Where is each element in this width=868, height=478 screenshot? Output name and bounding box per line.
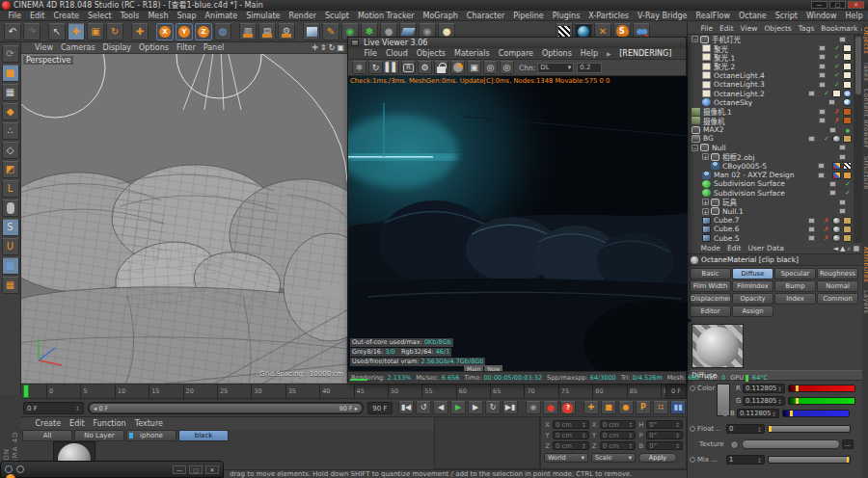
object-tree-row[interactable]: MAX2 ∶	[688, 125, 854, 134]
key-parameter-toggle[interactable]: P	[636, 401, 651, 414]
timeline-scrollbar[interactable]: ◂ 0 F90 F ▸	[88, 402, 364, 414]
mini-minimize-button[interactable]: —	[173, 465, 186, 474]
mini-close-button[interactable]: ✕	[205, 465, 219, 474]
material-tag-icon[interactable]	[843, 44, 852, 52]
float-slider[interactable]	[768, 425, 851, 433]
object-tree-row[interactable]: BG ∶	[688, 134, 854, 143]
live-viewer-menu-item[interactable]: Cloud	[381, 49, 412, 58]
object-tree-row[interactable]: + Null.1 ∶	[688, 206, 854, 215]
snap-magnet-button[interactable]: U	[2, 238, 19, 255]
layer-tab[interactable]: No Layer	[74, 430, 124, 441]
scale-field[interactable]: 0 cm↕	[600, 431, 637, 439]
live-selection-tool[interactable]: ↖	[48, 23, 66, 40]
menu-item[interactable]: Edit	[25, 12, 49, 20]
material-menu-item[interactable]: Function	[89, 419, 130, 428]
object-tree-row[interactable]: 聚光 ∶	[688, 43, 854, 52]
viewport-nav-icon[interactable]: ▣	[337, 43, 344, 52]
enable-checkbox[interactable]	[828, 99, 835, 105]
visibility-dots[interactable]: ∶	[838, 180, 842, 187]
color-expand-icon[interactable]	[722, 411, 728, 416]
object-label[interactable]: BG	[703, 134, 714, 143]
move-tool[interactable]: ✚	[68, 23, 85, 40]
menu-item[interactable]: MoGraph	[419, 12, 462, 20]
menu-item[interactable]: File	[4, 12, 25, 20]
material-tag-icon[interactable]	[843, 135, 852, 143]
viewport-menu-item[interactable]: Filter	[173, 43, 200, 52]
rotation-field[interactable]: 0°↕	[646, 441, 683, 450]
menu-item[interactable]: Sculpt	[320, 12, 353, 20]
keyframe-help-button[interactable]: ?	[560, 401, 576, 414]
attribute-manager-icon[interactable]: ▲	[840, 245, 845, 252]
scale-field[interactable]: 0 cm↕	[600, 420, 637, 429]
object-label[interactable]: Cube.6	[714, 225, 740, 233]
menu-item[interactable]: Help	[841, 12, 867, 20]
key-scale-toggle[interactable]: ■	[601, 401, 616, 414]
render-state-icon[interactable]	[833, 53, 841, 61]
pick-white-balance-icon[interactable]: ◎	[500, 61, 514, 74]
maximize-button[interactable]: ▢	[829, 1, 846, 9]
channel-button[interactable]: Index	[774, 293, 816, 305]
viewport-menu-item[interactable]: Panel	[200, 43, 229, 52]
record-button[interactable]: ◉	[526, 401, 541, 414]
next-frame-button[interactable]: ▶	[468, 401, 483, 414]
visibility-dots[interactable]: ∶	[817, 217, 821, 224]
material-preview[interactable]	[692, 324, 744, 368]
channel-button[interactable]: Opacity	[732, 293, 773, 305]
viewport-menu-item[interactable]: Display	[99, 43, 136, 52]
visibility-dots[interactable]: ∶	[848, 36, 852, 42]
object-tree-row[interactable]: Man 02 - AXYZ Design ∶	[688, 171, 854, 179]
enable-checkbox[interactable]	[819, 82, 826, 88]
axis-mode-button[interactable]: L	[2, 180, 19, 198]
enable-checkbox[interactable]	[808, 91, 815, 96]
animation-dot-icon[interactable]	[690, 457, 695, 463]
mix-value-field[interactable]: 1↕	[726, 455, 765, 465]
coordinate-space-select[interactable]: World▾	[544, 453, 588, 463]
render-state-icon[interactable]	[844, 180, 852, 188]
material-tag-icon[interactable]	[843, 162, 852, 170]
render-state-icon[interactable]	[833, 108, 841, 116]
undo-button[interactable]: ↶	[4, 23, 21, 40]
r-slider[interactable]	[788, 385, 855, 392]
enable-checkbox[interactable]	[819, 118, 826, 123]
render-region-button[interactable]: ▤	[258, 23, 276, 40]
rotation-field[interactable]: 0°↕	[646, 431, 683, 439]
menu-item[interactable]: Create	[49, 12, 84, 20]
menu-item[interactable]: Script	[771, 12, 801, 20]
live-viewer-menu-item[interactable]: Options	[537, 49, 576, 58]
object-tree-scrollbar[interactable]	[854, 35, 862, 243]
render-view-button[interactable]: ▥	[239, 23, 257, 40]
visibility-dots[interactable]: ∶	[817, 226, 821, 232]
render-state-icon[interactable]	[833, 71, 841, 79]
object-label[interactable]: 聚光.2	[714, 61, 735, 71]
material-tag-icon[interactable]	[843, 217, 852, 225]
material-tag-icon[interactable]	[832, 135, 841, 143]
perspective-viewport[interactable]: ViewCamerasDisplayOptionsFilterPanel ✛⇕↻…	[21, 42, 347, 384]
viewport-nav-icon[interactable]: ↻	[329, 43, 336, 52]
add-spline-menu[interactable]: ✎	[322, 23, 339, 40]
material-tag-icon[interactable]	[843, 98, 852, 106]
object-label[interactable]: OctaneLight.2	[714, 90, 765, 98]
channel-button[interactable]: Editor	[690, 305, 731, 317]
enable-checkbox[interactable]	[808, 235, 815, 241]
attribute-manager-icon[interactable]: ⌕	[847, 245, 851, 252]
material-tag-icon[interactable]	[832, 162, 841, 170]
menu-item[interactable]: Character	[462, 12, 509, 20]
viewport-solo-button[interactable]	[2, 199, 19, 217]
viewport-nav-icon[interactable]: ⇕	[320, 43, 327, 52]
mix-slider[interactable]	[768, 456, 851, 464]
film-region-icon[interactable]: ▣	[467, 61, 481, 74]
rotate-tool[interactable]: ↻	[106, 23, 123, 40]
lock-z-axis[interactable]: Z	[195, 23, 212, 40]
side-tab[interactable]: Layers	[862, 290, 868, 314]
object-label[interactable]: OctaneLight.4	[714, 71, 765, 80]
viewport-menu-item[interactable]: Cameras	[57, 43, 99, 52]
expand-toggle-icon[interactable]: +	[702, 153, 709, 160]
b-value-field[interactable]: 0.112805↕	[737, 409, 779, 418]
render-image[interactable]: Check:1ms./3ms. MeshGen:0ms. Update[C]:0…	[348, 76, 688, 371]
model-mode-button[interactable]: ■	[2, 65, 19, 82]
expand-toggle-icon[interactable]: −	[692, 145, 698, 151]
visibility-dots[interactable]: ∶	[817, 235, 821, 242]
material-tag-icon[interactable]	[843, 53, 852, 61]
visibility-dots[interactable]: ∶	[827, 45, 831, 52]
menu-item[interactable]: Simulate	[242, 12, 285, 20]
